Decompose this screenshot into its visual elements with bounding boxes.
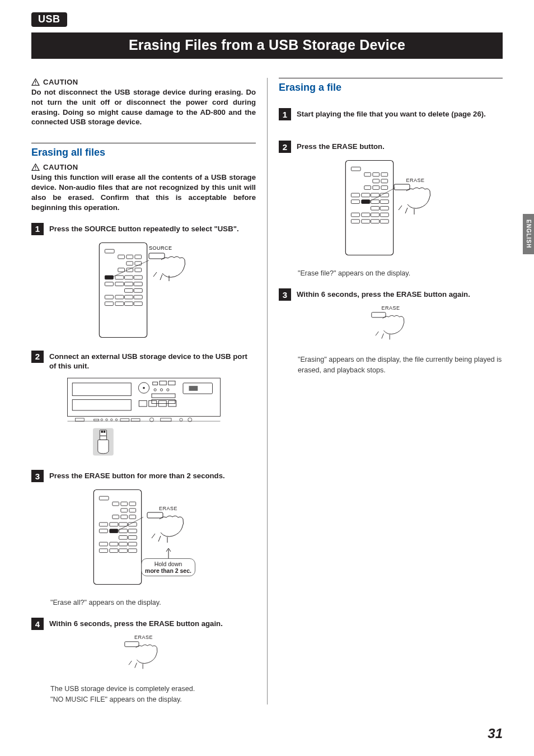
svg-text:SOURCE: SOURCE [149, 245, 172, 251]
figure-erase-press: ERASE [279, 305, 503, 344]
step: 4 Within 6 seconds, press the ERASE butt… [31, 618, 256, 630]
svg-point-60 [101, 419, 103, 421]
svg-rect-59 [93, 419, 99, 421]
svg-rect-71 [100, 430, 106, 436]
step: 3 Within 6 seconds, press the ERASE butt… [279, 288, 503, 301]
svg-rect-126 [362, 200, 370, 204]
section-rule [279, 78, 503, 78]
section-heading-erase-all: Erasing all files [31, 147, 256, 158]
svg-rect-40 [72, 400, 131, 410]
step-number: 2 [279, 141, 291, 153]
svg-rect-111 [345, 161, 393, 255]
svg-rect-43 [152, 382, 157, 385]
svg-rect-45 [168, 381, 175, 385]
svg-point-1 [35, 84, 36, 85]
svg-line-36 [160, 274, 162, 280]
step-number: 1 [279, 108, 291, 120]
page-title: Erasing Files from a USB Storage Device [31, 32, 503, 59]
caution-text: Do not disconnect the USB storage device… [31, 87, 256, 127]
svg-point-3 [35, 169, 36, 170]
step-number: 1 [31, 223, 44, 235]
svg-rect-39 [72, 383, 131, 396]
svg-rect-53 [139, 401, 147, 407]
svg-line-145 [376, 332, 378, 335]
svg-line-104 [152, 534, 155, 538]
erase-label: ERASE [124, 634, 164, 640]
result-text: "NO MUSIC FILE" appears on the display. [50, 694, 256, 704]
step-text: Within 6 seconds, press the ERASE button… [297, 288, 470, 300]
svg-rect-73 [104, 431, 105, 433]
figure-erase-press: ERASE [31, 634, 256, 674]
svg-point-46 [154, 389, 156, 391]
svg-rect-103 [147, 512, 163, 518]
hand-press-icon [124, 640, 164, 671]
svg-rect-74 [93, 490, 141, 585]
step-text: Press the ERASE button. [297, 141, 385, 152]
svg-rect-89 [110, 529, 118, 533]
svg-rect-65 [131, 419, 140, 421]
svg-rect-107 [124, 642, 138, 647]
result-text: The USB storage device is completely era… [50, 684, 256, 694]
svg-point-47 [160, 389, 162, 391]
language-tab: ENGLISH [523, 214, 534, 254]
step: 3 Press the ERASE button for more than 2… [31, 470, 256, 482]
erase-label: ERASE [371, 305, 411, 311]
right-column: Erasing a file 1 Start playing the file … [267, 78, 503, 704]
step: 2 Press the ERASE button. [279, 141, 503, 153]
step: 1 Start playing the file that you want t… [279, 108, 503, 120]
svg-line-108 [129, 661, 132, 665]
step-text: Within 6 seconds, press the ERASE button… [49, 618, 223, 629]
caution-label: CAUTION [43, 78, 78, 86]
step-text: Press the ERASE button for more than 2 s… [49, 470, 225, 481]
step-text: Press the SOURCE button repeatedly to se… [49, 223, 239, 234]
svg-point-63 [115, 419, 118, 421]
svg-point-62 [110, 419, 113, 421]
section-rule [31, 143, 256, 143]
caution-row: CAUTION [31, 78, 256, 86]
svg-point-68 [179, 418, 182, 421]
figure-unit-usb [31, 376, 256, 460]
page-number: 31 [488, 726, 503, 741]
caution-text: Using this function will erase all the c… [31, 172, 256, 212]
svg-line-142 [405, 208, 407, 213]
erase-label: ERASE [406, 178, 424, 183]
svg-rect-44 [160, 381, 166, 385]
page: USB Erasing Files from a USB Storage Dev… [0, 0, 534, 756]
caution-row: CAUTION [31, 163, 256, 171]
figure-remote-source: SOURCE SOURCE [31, 240, 256, 340]
svg-rect-34 [149, 253, 165, 259]
svg-rect-140 [394, 184, 410, 190]
svg-rect-72 [101, 431, 102, 433]
svg-rect-4 [99, 242, 147, 337]
hand-press-icon: SOURCE [146, 243, 190, 282]
svg-line-146 [382, 334, 384, 339]
result-text: "Erase all?" appears on the display. [50, 598, 256, 608]
section-heading-erase-file: Erasing a file [279, 82, 503, 94]
svg-point-48 [166, 389, 168, 391]
step-number: 2 [31, 351, 44, 363]
svg-line-105 [158, 536, 161, 542]
usb-tag: USB [31, 12, 67, 27]
step-text: Connect an external USB storage device t… [49, 351, 256, 372]
hand-press-icon [146, 511, 191, 547]
warning-icon [31, 78, 40, 86]
svg-point-42 [143, 387, 145, 389]
svg-rect-67 [160, 418, 171, 421]
erase-label: ERASE [159, 506, 177, 511]
step-number: 4 [31, 618, 44, 630]
result-text: "Erase file?" appears on the display. [298, 268, 503, 278]
caution-label: CAUTION [43, 163, 78, 171]
step: 2 Connect an external USB storage device… [31, 351, 256, 372]
svg-rect-58 [75, 418, 84, 421]
svg-rect-14 [105, 276, 113, 279]
columns: CAUTION Do not disconnect the USB storag… [31, 78, 503, 704]
step-text: Start playing the file that you want to … [297, 108, 486, 119]
svg-rect-144 [372, 312, 386, 318]
step-number: 3 [279, 288, 291, 301]
svg-line-141 [399, 206, 402, 210]
step-number: 3 [31, 470, 44, 482]
svg-point-61 [105, 419, 107, 421]
hand-press-icon [371, 311, 411, 342]
svg-rect-50 [152, 400, 175, 404]
svg-rect-49 [152, 394, 175, 398]
